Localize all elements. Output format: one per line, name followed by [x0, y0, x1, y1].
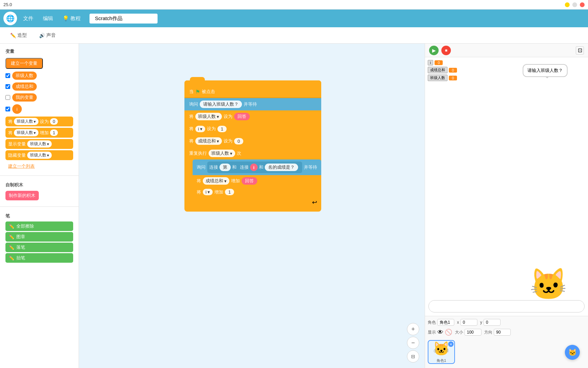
- pen-block-erase[interactable]: ✏️ 全部擦除: [5, 221, 73, 231]
- pen-block-pendown[interactable]: ✏️ 落笔: [5, 243, 73, 252]
- join-block-2[interactable]: 连接 i 和 名的成绩是？: [238, 163, 300, 172]
- variable-section: 变量 建立一个变量 班级人数 成绩总和 我的变量 i: [0, 44, 79, 173]
- sprite-size-group: 大小: [455, 329, 481, 336]
- var-checkbox-my-var[interactable]: [5, 95, 10, 100]
- variable-section-title: 变量: [3, 46, 76, 57]
- var-checkbox-i[interactable]: [5, 107, 10, 111]
- menu-file[interactable]: 文件: [20, 13, 37, 24]
- sound-icon: 🔊: [39, 33, 45, 38]
- stage-ctrl-left: ▶ ■: [429, 46, 451, 55]
- change-block-1[interactable]: 将 成绩总和 ▾ 增加 回答: [193, 175, 321, 187]
- set-var-dropdown[interactable]: 班级人数 ▾: [14, 118, 38, 125]
- sprite-dir-input[interactable]: [494, 329, 511, 336]
- pen-icon-erase: ✏️: [9, 224, 14, 229]
- sprite-x-input[interactable]: [460, 319, 477, 326]
- restore-button[interactable]: [572, 2, 577, 7]
- hide-var-dropdown[interactable]: 班级人数 ▾: [27, 152, 52, 159]
- scratch-cat: 🐱: [529, 266, 568, 302]
- minimize-button[interactable]: [565, 2, 570, 7]
- var-checkbox-class-count[interactable]: [5, 73, 10, 78]
- var-label-i[interactable]: i: [12, 104, 22, 114]
- loop-footer: ↩: [184, 197, 321, 208]
- set3-var-dropdown[interactable]: 成绩总和 ▾: [195, 137, 222, 145]
- flag-icon: ⚑: [195, 89, 200, 95]
- set2-var-dropdown[interactable]: i ▾: [195, 126, 205, 132]
- pen-block-stamp[interactable]: ✏️ 图章: [5, 232, 73, 242]
- left-sidebar: 变量 建立一个变量 班级人数 成绩总和 我的变量 i: [0, 44, 79, 368]
- var-item-class-count: 班级人数: [3, 70, 76, 81]
- stage-input-box: [428, 300, 585, 312]
- set-block-1[interactable]: 将 班级人数 ▾ 设为 回答: [184, 110, 321, 123]
- change1-var-dropdown[interactable]: 成绩总和 ▾: [203, 177, 229, 185]
- stop-icon: ■: [445, 48, 447, 53]
- pen-icon-penup: ✏️: [9, 256, 14, 261]
- show-var-block: 显示变量 班级人数 ▾: [5, 139, 73, 149]
- close-button[interactable]: [580, 2, 585, 7]
- repeat-var-dropdown[interactable]: 班级人数 ▾: [209, 150, 235, 157]
- var-item-my-var: 我的变量: [3, 92, 76, 103]
- change-block-2[interactable]: 将 i ▾ 增加 1: [193, 187, 321, 197]
- project-title-input[interactable]: [89, 14, 158, 24]
- sprite-name-input[interactable]: [437, 319, 454, 326]
- sprite-y-input[interactable]: [484, 319, 501, 326]
- pen-block-penup[interactable]: ✏️ 抬笔: [5, 253, 73, 263]
- show-var-dropdown[interactable]: 班级人数 ▾: [27, 140, 52, 148]
- green-flag-button[interactable]: ▶: [429, 46, 439, 55]
- stage-canvas: i 0 成绩总和 0 班级人数 0 请输入班级人数？: [425, 57, 588, 316]
- zoom-in-button[interactable]: +: [407, 323, 419, 335]
- change-var-dropdown[interactable]: 班级人数 ▾: [14, 129, 38, 136]
- menu-bar: 🌐 文件 编辑 💡 教程: [0, 10, 588, 27]
- sprite-thumb-1[interactable]: ✕ 🐱 角色1: [428, 340, 455, 364]
- stage-expand-button[interactable]: ⊡: [576, 46, 584, 55]
- zoom-controls: + − ⊟: [407, 323, 419, 363]
- sprite-x-group: x: [457, 319, 477, 326]
- menu-edit[interactable]: 编辑: [39, 13, 56, 24]
- set-block-3[interactable]: 将 成绩总和 ▾ 设为 0: [184, 135, 321, 147]
- script-area[interactable]: 当 ⚑ 当 🚩 被点击 被点击 询问 请输入班级人数？ 并等待 将 班级人数: [79, 44, 425, 368]
- custom-blocks-section: 自制积木 制作新的积木: [0, 178, 79, 204]
- sprite-controls-2: 显示 👁 🚫 大小 方向: [428, 328, 585, 336]
- stage-controls: ▶ ■ ⊡: [425, 44, 588, 57]
- loop-body: 询问 连接 第 和 连接 i 和 名的成绩是？: [193, 159, 321, 197]
- var-display-total: 成绩总和 0: [428, 67, 457, 73]
- create-block-button[interactable]: 制作新的积木: [5, 191, 39, 200]
- pen-section: 笔 ✏️ 全部擦除 ✏️ 图章 ✏️ 落笔 ✏️ 抬笔: [0, 209, 79, 266]
- zoom-fit-button[interactable]: ⊟: [407, 350, 419, 363]
- floating-help-button[interactable]: 🐱: [565, 345, 580, 360]
- join-block-1[interactable]: 连接 第 和 连接 i 和 名的成绩是？: [207, 162, 302, 173]
- set-block-2[interactable]: 将 i ▾ 设为 1: [184, 123, 321, 135]
- hat-block[interactable]: 当 ⚑ 当 🚩 被点击 被点击: [184, 86, 321, 98]
- repeat-block-header[interactable]: 重复执行 班级人数 ▾ 次: [184, 147, 321, 159]
- var-count-label: 班级人数: [428, 75, 447, 81]
- sprite-hide-eye[interactable]: 🚫: [445, 328, 452, 336]
- join2-text: 名的成绩是？: [265, 164, 298, 171]
- var-checkbox-total-score[interactable]: [5, 84, 10, 89]
- change1-answer: 回答: [242, 177, 257, 185]
- create-variable-button[interactable]: 建立一个变量: [5, 58, 43, 69]
- globe-icon: 🌐: [6, 14, 15, 22]
- sprite-y-group: y: [480, 319, 501, 326]
- ask-block-1[interactable]: 询问 请输入班级人数？ 并等待: [184, 98, 321, 110]
- zoom-out-button[interactable]: −: [407, 337, 419, 349]
- sprite-name-group: 角色: [428, 319, 454, 326]
- variable-display: i 0 成绩总和 0 班级人数 0: [428, 60, 457, 81]
- set1-var-dropdown[interactable]: 班级人数 ▾: [195, 113, 222, 120]
- var-label-class-count[interactable]: 班级人数: [12, 72, 37, 80]
- create-list-button[interactable]: 建立一个列表: [5, 162, 37, 170]
- sprite-size-input[interactable]: [464, 329, 481, 336]
- var-label-my-var[interactable]: 我的变量: [12, 93, 37, 102]
- block-stack: 当 ⚑ 当 🚩 被点击 被点击 询问 请输入班级人数？ 并等待 将 班级人数: [184, 80, 321, 212]
- var-label-total-score[interactable]: 成绩总和: [12, 82, 37, 91]
- ask-block-2[interactable]: 询问 连接 第 和 连接 i 和 名的成绩是？: [193, 159, 321, 175]
- tab-sound[interactable]: 🔊 声音: [34, 30, 61, 41]
- sprite-show-eye[interactable]: 👁: [437, 329, 443, 336]
- stop-button[interactable]: ■: [441, 46, 451, 55]
- sprite-list: ✕ 🐱 角色1: [428, 339, 585, 365]
- sprite-delete-button[interactable]: ✕: [448, 341, 454, 347]
- pen-icon-pendown: ✏️: [9, 245, 14, 250]
- main-layout: 变量 建立一个变量 班级人数 成绩总和 我的变量 i: [0, 44, 588, 368]
- change2-var-dropdown[interactable]: i ▾: [203, 189, 213, 195]
- menu-tutorial[interactable]: 💡 教程: [59, 13, 84, 24]
- tab-costume[interactable]: ✏️ 造型: [5, 30, 32, 41]
- logo-button[interactable]: 🌐: [3, 12, 17, 25]
